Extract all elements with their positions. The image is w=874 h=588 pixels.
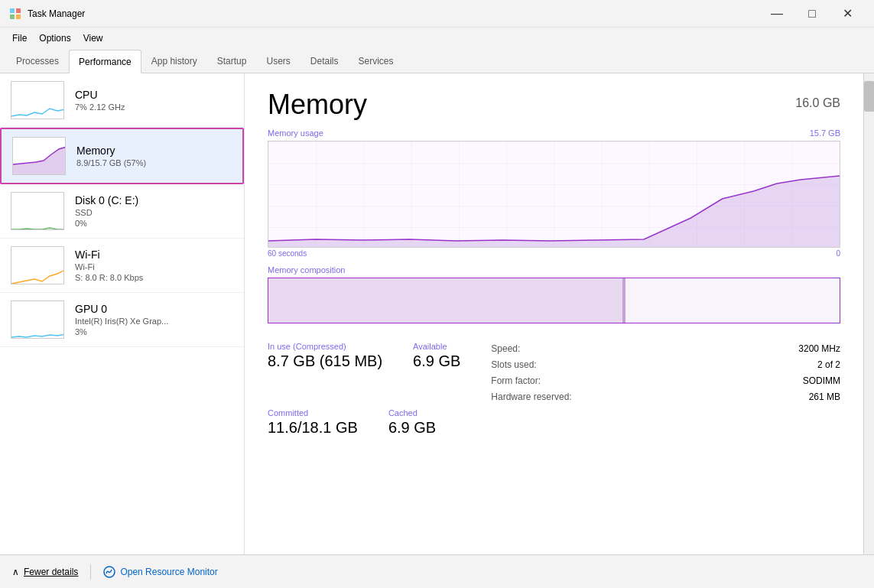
close-button[interactable]: ✕ bbox=[830, 2, 865, 25]
gpu-title: GPU 0 bbox=[75, 303, 233, 315]
stat-row-slots: Slots used: 2 of 2 bbox=[491, 358, 840, 372]
committed-label: Committed bbox=[268, 408, 358, 417]
stat-committed: Committed 11.6/18.1 GB bbox=[268, 408, 358, 437]
main-content: CPU 7% 2.12 GHz Memory 8.9/15.7 GB (57%) bbox=[0, 73, 874, 554]
menu-file[interactable]: File bbox=[6, 31, 33, 46]
cached-value: 6.9 GB bbox=[388, 419, 436, 437]
tab-processes[interactable]: Processes bbox=[6, 49, 69, 73]
gpu-mini-graph bbox=[11, 300, 64, 339]
memory-title: Memory bbox=[76, 145, 232, 157]
tab-startup[interactable]: Startup bbox=[207, 49, 257, 73]
memory-sub: 8.9/15.7 GB (57%) bbox=[76, 158, 232, 167]
chart-label: Memory usage 15.7 GB bbox=[268, 128, 840, 138]
sidebar-item-disk[interactable]: Disk 0 (C: E:) SSD 0% bbox=[0, 184, 244, 239]
minimize-button[interactable]: — bbox=[759, 2, 794, 25]
wifi-sub1: Wi-Fi bbox=[75, 262, 233, 271]
window-title: Task Manager bbox=[28, 8, 759, 19]
footer: ∧ Fewer details Open Resource Monitor bbox=[0, 554, 874, 588]
speed-value: 3200 MHz bbox=[798, 343, 840, 354]
composition-section: Memory composition bbox=[268, 265, 840, 323]
fewer-details-button[interactable]: ∧ Fewer details bbox=[12, 567, 78, 577]
stat-inuse: In use (Compressed) 8.7 GB (615 MB) bbox=[268, 342, 382, 404]
max-label: 15.7 GB bbox=[810, 128, 840, 138]
open-resource-monitor-button[interactable]: Open Resource Monitor bbox=[103, 566, 217, 578]
sidebar: CPU 7% 2.12 GHz Memory 8.9/15.7 GB (57%) bbox=[0, 73, 245, 554]
memory-usage-chart bbox=[268, 141, 840, 248]
usage-label: Memory usage bbox=[268, 128, 323, 138]
svg-rect-9 bbox=[11, 301, 64, 339]
committed-value: 11.6/18.1 GB bbox=[268, 419, 358, 437]
disk-title: Disk 0 (C: E:) bbox=[75, 194, 233, 206]
comp-standby bbox=[625, 278, 840, 323]
cpu-title: CPU bbox=[75, 89, 233, 101]
svg-rect-8 bbox=[11, 247, 64, 284]
gpu-sub2: 3% bbox=[75, 327, 233, 336]
form-label: Form factor: bbox=[491, 375, 541, 386]
hw-value: 261 MB bbox=[809, 391, 840, 402]
composition-label: Memory composition bbox=[268, 265, 840, 275]
tab-performance[interactable]: Performance bbox=[69, 50, 141, 73]
right-panel: Memory 16.0 GB Memory usage 15.7 GB bbox=[245, 73, 863, 554]
sidebar-item-gpu[interactable]: GPU 0 Intel(R) Iris(R) Xe Grap... 3% bbox=[0, 293, 244, 347]
fewer-details-label: Fewer details bbox=[24, 567, 78, 577]
disk-info: Disk 0 (C: E:) SSD 0% bbox=[75, 194, 233, 228]
wifi-info: Wi-Fi Wi-Fi S: 8.0 R: 8.0 Kbps bbox=[75, 249, 233, 282]
stat-row-hw: Hardware reserved: 261 MB bbox=[491, 390, 840, 404]
app-icon bbox=[9, 8, 21, 20]
disk-sub1: SSD bbox=[75, 208, 233, 217]
time-label: 60 seconds bbox=[268, 249, 307, 258]
available-label: Available bbox=[413, 342, 460, 351]
gpu-info: GPU 0 Intel(R) Iris(R) Xe Grap... 3% bbox=[75, 303, 233, 336]
sidebar-item-cpu[interactable]: CPU 7% 2.12 GHz bbox=[0, 73, 244, 128]
footer-divider bbox=[90, 564, 91, 580]
svg-rect-1 bbox=[16, 8, 21, 13]
memory-info: Memory 8.9/15.7 GB (57%) bbox=[76, 145, 232, 167]
menu-options[interactable]: Options bbox=[33, 31, 76, 46]
cpu-info: CPU 7% 2.12 GHz bbox=[75, 89, 233, 112]
maximize-button[interactable]: □ bbox=[794, 2, 830, 25]
slots-label: Slots used: bbox=[491, 359, 536, 370]
svg-rect-3 bbox=[16, 15, 21, 19]
menu-bar: File Options View bbox=[0, 28, 874, 49]
tab-users[interactable]: Users bbox=[256, 49, 300, 73]
window-controls: — □ ✕ bbox=[759, 2, 865, 25]
disk-mini-graph bbox=[11, 192, 64, 230]
tab-services[interactable]: Services bbox=[349, 49, 404, 73]
svg-rect-0 bbox=[10, 8, 15, 13]
stat-row-speed: Speed: 3200 MHz bbox=[491, 342, 840, 356]
speed-label: Speed: bbox=[491, 343, 520, 354]
stats-container: In use (Compressed) 8.7 GB (615 MB) Avai… bbox=[268, 342, 840, 404]
svg-rect-7 bbox=[11, 193, 64, 230]
chart-time-label: 60 seconds 0 bbox=[268, 249, 840, 258]
stats-left: In use (Compressed) 8.7 GB (615 MB) Avai… bbox=[268, 342, 460, 404]
panel-total: 16.0 GB bbox=[795, 96, 840, 110]
wifi-title: Wi-Fi bbox=[75, 249, 233, 261]
stat-available: Available 6.9 GB bbox=[413, 342, 460, 404]
cpu-mini-graph bbox=[11, 81, 64, 119]
panel-title: Memory bbox=[268, 89, 367, 121]
composition-bar bbox=[268, 278, 840, 323]
inuse-label: In use (Compressed) bbox=[268, 342, 382, 351]
menu-view[interactable]: View bbox=[77, 31, 109, 46]
wifi-sub2: S: 8.0 R: 8.0 Kbps bbox=[75, 273, 233, 282]
tab-app-history[interactable]: App history bbox=[141, 49, 207, 73]
comp-inuse bbox=[268, 278, 622, 323]
chevron-up-icon: ∧ bbox=[12, 567, 19, 577]
available-value: 6.9 GB bbox=[413, 352, 460, 370]
scrollbar[interactable] bbox=[863, 73, 874, 554]
stats-row2: Committed 11.6/18.1 GB Cached 6.9 GB bbox=[268, 408, 840, 437]
stats-right: Speed: 3200 MHz Slots used: 2 of 2 Form … bbox=[491, 342, 840, 404]
title-bar: Task Manager — □ ✕ bbox=[0, 0, 874, 28]
hw-label: Hardware reserved: bbox=[491, 391, 571, 402]
sidebar-item-wifi[interactable]: Wi-Fi Wi-Fi S: 8.0 R: 8.0 Kbps bbox=[0, 239, 244, 293]
form-value: SODIMM bbox=[803, 375, 840, 386]
cpu-sub: 7% 2.12 GHz bbox=[75, 102, 233, 112]
sidebar-item-memory[interactable]: Memory 8.9/15.7 GB (57%) bbox=[0, 128, 244, 184]
resource-monitor-icon bbox=[103, 566, 115, 578]
tab-details[interactable]: Details bbox=[301, 49, 349, 73]
cached-label: Cached bbox=[388, 408, 436, 417]
usage-chart-section: Memory usage 15.7 GB bbox=[268, 128, 840, 258]
resource-monitor-label: Open Resource Monitor bbox=[120, 567, 217, 577]
wifi-mini-graph bbox=[11, 246, 64, 284]
disk-sub2: 0% bbox=[75, 219, 233, 228]
